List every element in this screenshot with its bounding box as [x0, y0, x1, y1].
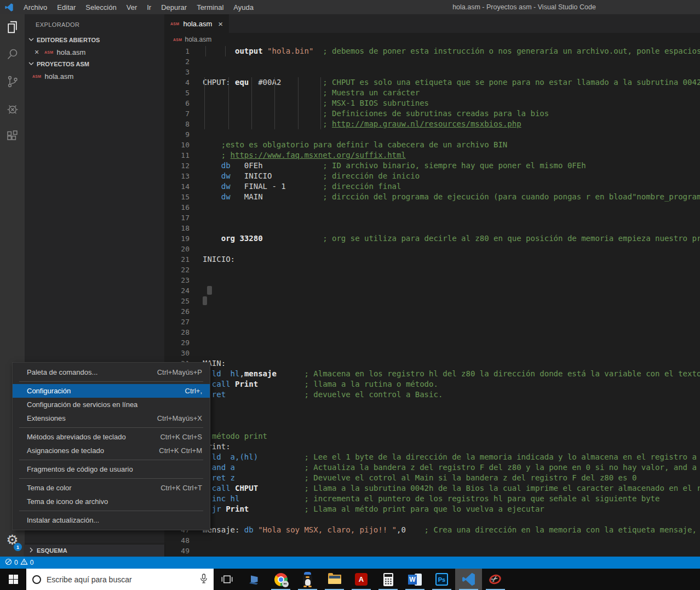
code-line[interactable]: 3: [164, 67, 700, 77]
code-line[interactable]: 8 ; http://map.grauw.nl/resources/msxbio…: [164, 119, 700, 129]
menu-item[interactable]: Métodos abreviados de tecladoCtrl+K Ctrl…: [13, 430, 210, 444]
taskbar-file-explorer-icon[interactable]: [321, 569, 348, 590]
code-line[interactable]: 6 ; MSX-1 BIOS subrutines: [164, 98, 700, 108]
code-line[interactable]: 10 ;esto es oblgatorio para definir la c…: [164, 140, 700, 150]
taskbar-search[interactable]: Escribe aquí para buscar: [26, 569, 214, 590]
code-line[interactable]: 5 ; Muestra un carácter: [164, 88, 700, 98]
menu-item[interactable]: Asignaciones de tecladoCtrl+K Ctrl+M: [13, 444, 210, 457]
taskbar-chrome-icon[interactable]: [267, 569, 294, 590]
activitybar-source-control[interactable]: [0, 69, 25, 96]
taskbar-calculator-icon[interactable]: [375, 569, 401, 590]
code-line[interactable]: 46: [164, 514, 700, 525]
taskbar-vscode-icon[interactable]: [455, 569, 482, 590]
code-line[interactable]: 24: [164, 285, 700, 296]
code-line[interactable]: 31MAIN:: [164, 358, 700, 369]
code-line[interactable]: 22: [164, 265, 700, 275]
menu-item[interactable]: Paleta de comandos...Ctrl+Mayús+P: [13, 365, 210, 379]
taskbar-snipping-tool-icon[interactable]: ✂: [482, 569, 509, 590]
code-line[interactable]: 18: [164, 223, 700, 233]
code-line[interactable]: 49: [164, 546, 700, 556]
code-line[interactable]: 39Print:: [164, 442, 700, 452]
taskbar-photoshop-icon[interactable]: Ps: [428, 569, 455, 590]
code-line[interactable]: 30: [164, 348, 700, 358]
code-line[interactable]: 14 dw FINAL - 1 ; dirección final: [164, 181, 700, 192]
taskbar-task-view-icon[interactable]: [214, 569, 240, 590]
code-line[interactable]: 41 and a ; Actualiza la bandera z del re…: [164, 462, 700, 473]
code-line[interactable]: 7 ; Definiciones de subrutinas creadas p…: [164, 108, 700, 119]
menu-item[interactable]: Tema de icono de archivo: [13, 495, 210, 508]
menu-item[interactable]: Instalar actualización...: [13, 513, 210, 527]
code-line[interactable]: 20: [164, 244, 700, 254]
code-line[interactable]: 4CHPUT: equ #00A2 ; CHPUT es solo una et…: [164, 77, 700, 88]
project-file-item[interactable]: ASM hola.asm: [25, 70, 164, 82]
code-line[interactable]: 2: [164, 56, 700, 67]
code-line[interactable]: 40 ld a,(hl) ; Lee el 1 byte de la direc…: [164, 452, 700, 462]
menu-item[interactable]: Configuración de servicios en línea: [13, 398, 210, 411]
menubar-item[interactable]: Ver: [122, 0, 142, 14]
menu-item[interactable]: ExtensionesCtrl+Mayús+X: [13, 411, 210, 425]
menu-item[interactable]: Tema de colorCtrl+K Ctrl+T: [13, 481, 210, 495]
code-line[interactable]: 21INICIO:: [164, 254, 700, 265]
code-line[interactable]: 47mensaje: db "Hola soy MSX, claro, pijo…: [164, 525, 700, 535]
menu-item[interactable]: Fragmentos de código de usuario: [13, 462, 210, 476]
code-line[interactable]: 28: [164, 327, 700, 337]
activitybar-extensions[interactable]: [0, 124, 25, 151]
microphone-icon[interactable]: [200, 574, 208, 586]
code-line[interactable]: 17: [164, 213, 700, 223]
code-line[interactable]: 13 dw INICIO ; dirección de inicio: [164, 171, 700, 181]
manage-button[interactable]: ⚙ 1: [0, 527, 25, 552]
project-section-header[interactable]: PROYECTOS ASM: [25, 58, 164, 70]
code-line[interactable]: 1 output "hola.bin" ; debemos de poner e…: [164, 46, 700, 56]
start-button[interactable]: [0, 569, 26, 590]
code-line[interactable]: 11 ; https://www.faq.msxnet.org/suffix.h…: [164, 150, 700, 161]
menubar-item[interactable]: Ayuda: [228, 0, 259, 14]
close-icon[interactable]: ×: [32, 48, 41, 56]
code-line[interactable]: 37: [164, 421, 700, 431]
breadcrumb[interactable]: ASM hola.asm: [164, 33, 700, 46]
menubar-item[interactable]: Terminal: [192, 0, 228, 14]
taskbar-acrobat-icon[interactable]: A: [348, 569, 375, 590]
code-line[interactable]: 35: [164, 400, 700, 410]
code-line[interactable]: 29: [164, 337, 700, 348]
code-line[interactable]: 38; método print: [164, 431, 700, 442]
code-line[interactable]: 23: [164, 275, 700, 285]
taskbar-penguin-app-icon[interactable]: [294, 569, 321, 590]
code-line[interactable]: 34 ret ; devuelve el control a Basic.: [164, 389, 700, 400]
outline-section-header[interactable]: ESQUEMA: [25, 545, 164, 557]
open-editor-item[interactable]: × ASM hola.asm: [25, 46, 164, 58]
code-line[interactable]: 25: [164, 296, 700, 306]
code-line[interactable]: 48: [164, 535, 700, 546]
tab-hola-asm[interactable]: ASM hola.asm ×: [164, 14, 229, 33]
code-line[interactable]: 45 jr Print ; Llama al métdo print para …: [164, 504, 700, 514]
menubar-item[interactable]: Ir: [142, 0, 156, 14]
code-line[interactable]: 19 org 33280 ; org se utiliza para decir…: [164, 233, 700, 244]
code-line[interactable]: 43 call CHPUT ; Llama a la subrutina 004…: [164, 483, 700, 494]
activitybar-debug[interactable]: [0, 96, 25, 124]
code-line[interactable]: 44 inc hl ; incrementa el puntero de los…: [164, 494, 700, 504]
activitybar-explorer[interactable]: [0, 14, 25, 42]
code-line[interactable]: 16: [164, 202, 700, 213]
activitybar-search[interactable]: [0, 42, 25, 69]
open-editors-section-header[interactable]: EDITORES ABIERTOS: [25, 34, 164, 46]
menubar-item[interactable]: Selección: [81, 0, 121, 14]
code-area[interactable]: 1 output "hola.bin" ; debemos de poner e…: [164, 46, 700, 557]
close-icon[interactable]: ×: [216, 19, 223, 28]
taskbar-word-icon[interactable]: W: [401, 569, 428, 590]
code-line[interactable]: 9: [164, 129, 700, 140]
line-number: 18: [164, 223, 190, 233]
code-line[interactable]: 33 call Print ; llama a la rutina o méto…: [164, 379, 700, 389]
code-line[interactable]: 36: [164, 410, 700, 421]
menubar-item[interactable]: Editar: [52, 0, 81, 14]
problems-indicator[interactable]: 0 0: [5, 558, 38, 567]
line-number: 7: [164, 108, 190, 119]
code-line[interactable]: 15 dw MAIN ; dircción del programa de ej…: [164, 192, 700, 202]
code-line[interactable]: 42 ret z ; Devuelve el cotrol al Main si…: [164, 473, 700, 483]
taskbar-remote-desktop-icon[interactable]: [240, 569, 267, 590]
menubar-item[interactable]: Archivo: [19, 0, 52, 14]
menubar-item[interactable]: Depurar: [156, 0, 192, 14]
code-line[interactable]: 12 db 0FEh ; ID archivo binario, siempre…: [164, 161, 700, 171]
code-line[interactable]: 26: [164, 306, 700, 317]
menu-item[interactable]: ConfiguraciónCtrl+,: [13, 384, 210, 398]
code-line[interactable]: 32 ld hl,mensaje ; Almacena en los regis…: [164, 369, 700, 379]
code-line[interactable]: 27: [164, 317, 700, 327]
